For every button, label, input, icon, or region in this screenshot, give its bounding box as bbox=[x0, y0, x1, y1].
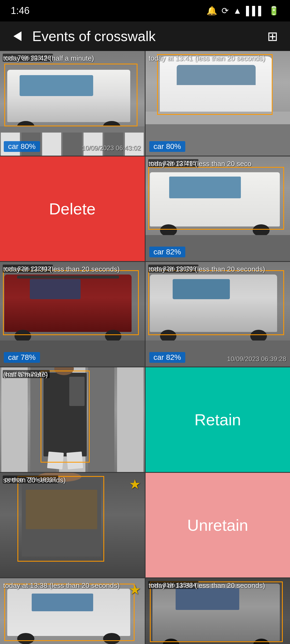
conf-tag-1: con: 76% 303156 bbox=[3, 54, 53, 62]
events-grid: con: 76% 303156 today at 13:42 (half a m… bbox=[0, 51, 290, 644]
event-cell-2[interactable]: today at 13:41 (less than 20 seconds) ca… bbox=[146, 51, 290, 156]
event-cell-unretain-action[interactable]: Unretain bbox=[146, 473, 290, 577]
screen-rotate-icon: ⟳ bbox=[222, 6, 229, 16]
event-cell-7[interactable]: con: 82% 20470 (half a minute) bbox=[0, 367, 145, 472]
back-arrow-icon bbox=[13, 31, 21, 41]
notification-icon: 🔔 bbox=[206, 6, 217, 16]
event-cell-1[interactable]: con: 76% 303156 today at 13:42 (half a m… bbox=[0, 51, 145, 156]
conf-tag-5: con: 82% 222432 bbox=[3, 265, 53, 273]
conf-tag-4: con: 82% 227285 bbox=[148, 159, 198, 167]
page-title: Events of crosswalk bbox=[32, 28, 263, 44]
filter-icon: ⊞ bbox=[267, 29, 278, 44]
event-cell-12[interactable]: con: 81% 115434 today at 13:38 (less tha… bbox=[146, 578, 290, 644]
back-button[interactable] bbox=[8, 27, 27, 46]
signal-icon: ▌▌▌ bbox=[246, 6, 264, 16]
event-cell-delete-action[interactable]: Delete bbox=[0, 156, 145, 261]
event-cell-6[interactable]: con: 82% 296769 today at 13:39 (less tha… bbox=[146, 262, 290, 367]
status-bar: 1:46 🔔 ⟳ ▲ ▌▌▌ 🔋 bbox=[0, 0, 290, 21]
event-cell-5[interactable]: con: 82% 222432 today at 13:39 (less tha… bbox=[0, 262, 145, 367]
app-bar: Events of crosswalk ⊞ bbox=[0, 21, 290, 51]
status-time: 1:46 bbox=[11, 5, 30, 16]
event-cell-11[interactable]: today at 13:38 (less than 20 seconds) ca… bbox=[0, 578, 145, 644]
event-cell-4[interactable]: con: 82% 227285 today at 13:41 (less tha… bbox=[146, 156, 290, 261]
event-cell-retain-action[interactable]: Retain bbox=[146, 367, 290, 472]
battery-icon: 🔋 bbox=[269, 6, 279, 16]
filter-button[interactable]: ⊞ bbox=[263, 27, 282, 46]
status-icons: 🔔 ⟳ ▲ ▌▌▌ 🔋 bbox=[206, 6, 279, 16]
event-cell-9[interactable]: person: 75% 18327 ss than 20 seconds) ★ bbox=[0, 473, 145, 577]
wifi-icon: ▲ bbox=[233, 6, 242, 16]
unretain-action-label: Unretain bbox=[187, 516, 248, 535]
delete-action-label: Delete bbox=[49, 200, 96, 218]
conf-tag-6: con: 82% 296769 bbox=[148, 265, 198, 273]
retain-action-label: Retain bbox=[194, 411, 241, 429]
